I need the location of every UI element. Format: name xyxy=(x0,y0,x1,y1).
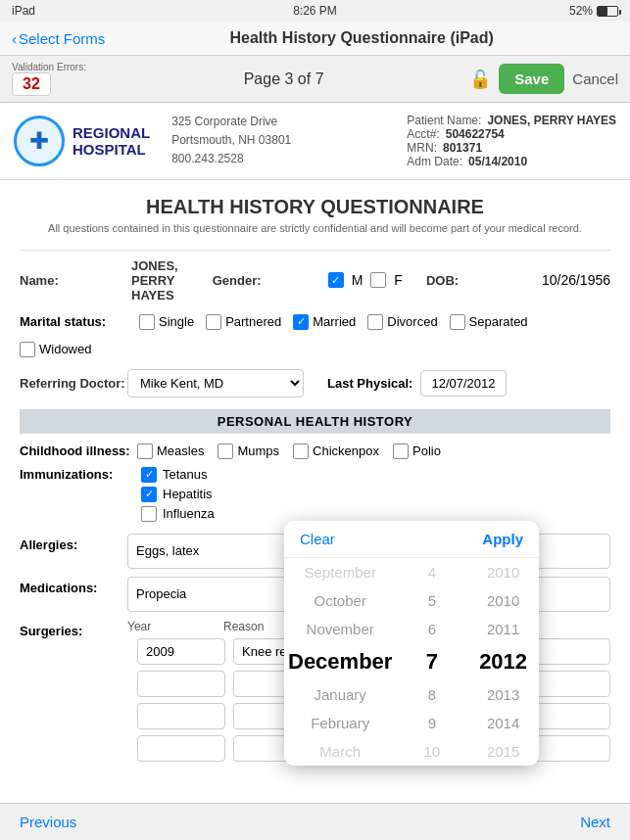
day-0[interactable]: 4 xyxy=(396,558,467,586)
tetanus-item[interactable]: ✓ Tetanus xyxy=(141,467,215,483)
hospital-logo-icon: ✚ xyxy=(29,127,49,155)
marital-single[interactable]: Single xyxy=(139,314,194,330)
year-5[interactable]: 2014 xyxy=(467,709,539,737)
month-6[interactable]: March xyxy=(284,737,396,766)
address-line1: 325 Corporate Drive xyxy=(171,113,291,131)
year-1[interactable]: 2010 xyxy=(467,586,539,615)
chickenpox-label: Chickenpox xyxy=(313,443,379,458)
back-button[interactable]: ‹ Select Forms xyxy=(12,30,105,47)
device-label: iPad xyxy=(12,4,35,18)
polio-checkbox[interactable] xyxy=(393,443,409,459)
month-4[interactable]: January xyxy=(284,680,396,709)
nav-bar: ‹ Select Forms Health History Questionna… xyxy=(0,22,630,56)
widowed-label: Widowed xyxy=(39,342,91,356)
influenza-checkbox[interactable] xyxy=(141,506,157,522)
single-checkbox[interactable] xyxy=(139,314,155,330)
year-3[interactable]: 2012 xyxy=(467,643,539,680)
measles-label: Measles xyxy=(157,443,204,458)
month-5[interactable]: February xyxy=(284,709,396,737)
hepatitis-item[interactable]: ✓ Hepatitis xyxy=(141,487,215,502)
month-0[interactable]: September xyxy=(284,558,396,586)
chickenpox-checkbox[interactable] xyxy=(293,443,309,459)
month-col[interactable]: September October November December Janu… xyxy=(284,558,396,766)
surgery-1-year[interactable] xyxy=(137,638,225,665)
chevron-left-icon: ‹ xyxy=(12,30,17,47)
day-5[interactable]: 9 xyxy=(396,709,467,737)
cancel-button[interactable]: Cancel xyxy=(572,70,618,87)
marital-widowed[interactable]: Widowed xyxy=(20,342,91,357)
day-4[interactable]: 8 xyxy=(396,680,467,709)
immunization-options: ✓ Tetanus ✓ Hepatitis Influenza xyxy=(137,467,215,522)
mrn-value: 801371 xyxy=(443,141,482,155)
month-2[interactable]: November xyxy=(284,615,396,643)
next-button[interactable]: Next xyxy=(580,814,610,830)
year-6[interactable]: 2015 xyxy=(467,737,539,766)
day-2[interactable]: 6 xyxy=(396,615,467,643)
date-picker-apply[interactable]: Apply xyxy=(482,531,523,547)
surgery-3-year[interactable] xyxy=(137,703,225,729)
patient-name-label: Patient Name: xyxy=(407,114,481,127)
measles-checkbox[interactable] xyxy=(137,443,153,459)
hospital-logo-circle: ✚ xyxy=(14,116,65,166)
measles-item[interactable]: Measles xyxy=(137,443,204,459)
back-label[interactable]: Select Forms xyxy=(19,30,105,47)
name-label: Name: xyxy=(20,273,127,288)
divorced-checkbox[interactable] xyxy=(367,314,383,330)
surgery-4-year[interactable] xyxy=(137,735,225,762)
hospital-header: ✚ REGIONAL HOSPITAL 325 Corporate Drive … xyxy=(0,103,630,180)
gender-f-checkbox[interactable] xyxy=(370,272,386,288)
month-1[interactable]: October xyxy=(284,586,396,615)
day-col[interactable]: 4 5 6 7 8 9 10 xyxy=(396,558,467,766)
adm-label: Adm Date: xyxy=(407,155,462,168)
hospital-address: 325 Corporate Drive Portsmouth, NH 03801… xyxy=(171,113,291,169)
partnered-checkbox[interactable] xyxy=(206,314,221,330)
gender-m-checkbox[interactable]: ✓ xyxy=(328,272,344,288)
doctor-select[interactable]: Mike Kent, MD xyxy=(127,369,304,397)
polio-label: Polio xyxy=(412,443,441,458)
date-picker-columns[interactable]: September October November December Janu… xyxy=(284,558,539,766)
mrn-row: MRN: 801371 xyxy=(407,141,616,155)
married-checkbox[interactable]: ✓ xyxy=(293,314,309,330)
day-6[interactable]: 10 xyxy=(396,737,467,766)
day-3[interactable]: 7 xyxy=(396,643,467,680)
gender-label: Gender: xyxy=(213,273,320,288)
tetanus-checkbox[interactable]: ✓ xyxy=(141,467,157,483)
dob-label: DOB: xyxy=(426,273,534,288)
childhood-illness-section: Childhood illness: Measles Mumps Chicken… xyxy=(20,443,610,459)
separated-checkbox[interactable] xyxy=(450,314,465,330)
mrn-label: MRN: xyxy=(407,141,437,155)
year-col[interactable]: 2010 2010 2011 2012 2013 2014 2015 xyxy=(467,558,539,766)
chickenpox-item[interactable]: Chickenpox xyxy=(293,443,379,459)
day-1[interactable]: 5 xyxy=(396,586,467,615)
mumps-item[interactable]: Mumps xyxy=(218,443,279,459)
save-button[interactable]: Save xyxy=(499,64,564,94)
hepatitis-checkbox[interactable]: ✓ xyxy=(141,487,157,502)
gender-m-label: M xyxy=(352,272,363,288)
address-line2: Portsmouth, NH 03801 xyxy=(171,131,291,150)
tetanus-label: Tetanus xyxy=(163,467,208,482)
separated-label: Separated xyxy=(469,314,528,329)
date-picker-clear[interactable]: Clear xyxy=(300,531,335,547)
marital-separated[interactable]: Separated xyxy=(450,314,528,330)
year-4[interactable]: 2013 xyxy=(467,680,539,709)
previous-button[interactable]: Previous xyxy=(20,814,76,830)
validation-box: Validation Errors: 32 xyxy=(12,62,86,96)
year-2[interactable]: 2011 xyxy=(467,615,539,643)
marital-married[interactable]: ✓ Married xyxy=(293,314,356,330)
month-3[interactable]: December xyxy=(284,643,396,680)
mumps-checkbox[interactable] xyxy=(218,443,233,459)
hospital-name: REGIONAL HOSPITAL xyxy=(73,124,150,158)
section-header: PERSONAL HEALTH HISTORY xyxy=(20,409,610,434)
address-phone: 800.243.2528 xyxy=(171,150,291,168)
hospital-logo: ✚ REGIONAL HOSPITAL xyxy=(14,116,150,166)
year-0[interactable]: 2010 xyxy=(467,558,539,586)
influenza-item[interactable]: Influenza xyxy=(141,506,215,522)
polio-item[interactable]: Polio xyxy=(393,443,441,459)
dob-value: 10/26/1956 xyxy=(542,272,610,288)
adm-value: 05/14/2010 xyxy=(468,155,527,168)
marital-partnered[interactable]: Partnered xyxy=(206,314,281,330)
widowed-checkbox[interactable] xyxy=(20,342,35,357)
marital-divorced[interactable]: Divorced xyxy=(367,314,437,330)
surgery-2-year[interactable] xyxy=(137,671,225,697)
last-physical-value[interactable]: 12/07/2012 xyxy=(420,370,506,397)
